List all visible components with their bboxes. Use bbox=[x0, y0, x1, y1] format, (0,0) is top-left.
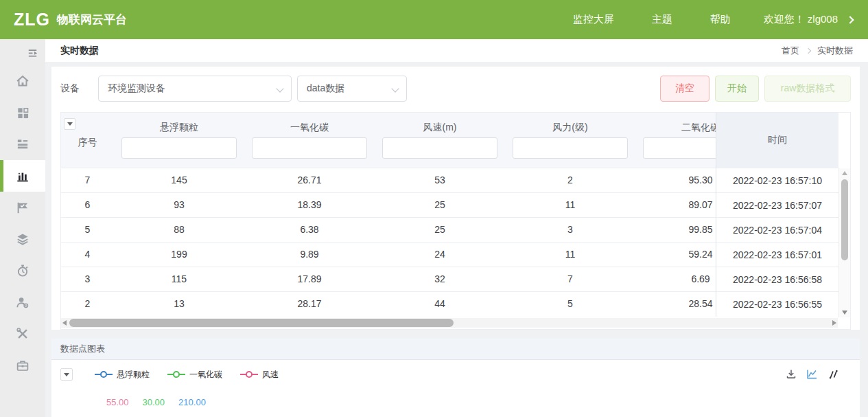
nav-monitor-screen[interactable]: 监控大屏 bbox=[573, 13, 614, 26]
scatter-chart-icon[interactable] bbox=[828, 369, 838, 380]
axis-label-suspended-particles: 210.00 bbox=[178, 397, 206, 407]
table-row[interactable]: 3 115 17.89 32 7 6.69 bbox=[61, 267, 716, 292]
chart-section-title: 数据点图表 bbox=[60, 343, 105, 355]
caret-down-icon bbox=[67, 122, 73, 126]
legend-marker-icon bbox=[240, 370, 258, 379]
sidebar-item-home[interactable] bbox=[0, 65, 45, 97]
cell-time: 2022-02-23 16:57:07 bbox=[716, 193, 838, 218]
breadcrumb-current: 实时数据 bbox=[817, 45, 853, 57]
sidebar-item-dashboard[interactable] bbox=[0, 97, 45, 128]
cell-seq: 6 bbox=[61, 193, 114, 217]
sidebar-item-toolbox[interactable] bbox=[0, 350, 45, 381]
cell-value: 6.38 bbox=[244, 218, 375, 242]
nav-help[interactable]: 帮助 bbox=[710, 13, 731, 26]
legend-marker-icon bbox=[167, 370, 185, 379]
cell-value: 13 bbox=[114, 292, 244, 317]
cell-value: 25 bbox=[375, 193, 505, 217]
sidebar-nav bbox=[0, 39, 45, 417]
scroll-left-arrow-icon[interactable] bbox=[62, 320, 67, 326]
device-label: 设备 bbox=[60, 82, 80, 95]
form-list-icon bbox=[15, 137, 30, 152]
col-header-carbon-monoxide: 一氧化碳 bbox=[244, 113, 375, 136]
cell-value: 11 bbox=[505, 193, 635, 217]
breadcrumb-home[interactable]: 首页 bbox=[782, 45, 799, 57]
zlg-logo[interactable]: ZLG bbox=[14, 10, 50, 30]
line-chart-icon[interactable] bbox=[806, 369, 818, 380]
table-horizontal-scrollbar[interactable] bbox=[61, 318, 838, 328]
table-row[interactable]: 2 13 28.17 44 5 28.54 bbox=[61, 292, 716, 317]
app-header: ZLG 物联网云平台 监控大屏 主题 帮助 欢迎您！ zlg008 bbox=[0, 0, 868, 39]
filter-input-wind-force[interactable] bbox=[513, 137, 628, 159]
legend-item-carbon-monoxide[interactable]: 一氧化碳 bbox=[167, 369, 222, 381]
cell-time: 2022-02-23 16:57:04 bbox=[716, 218, 838, 243]
cell-value: 93 bbox=[114, 193, 244, 217]
cell-time: 2022-02-23 16:56:58 bbox=[716, 267, 838, 292]
filter-input-wind-speed[interactable] bbox=[382, 137, 497, 159]
device-select[interactable]: 环境监测设备 bbox=[98, 76, 292, 102]
product-title: 物联网云平台 bbox=[57, 12, 127, 27]
scroll-up-arrow-icon[interactable] bbox=[842, 171, 847, 175]
vertical-scroll-thumb[interactable] bbox=[841, 179, 848, 260]
chevron-down-icon bbox=[276, 84, 283, 92]
cell-value: 11 bbox=[505, 243, 635, 267]
cell-value: 28.17 bbox=[244, 292, 375, 317]
nav-theme[interactable]: 主题 bbox=[652, 13, 672, 26]
table-row[interactable]: 7 145 26.71 53 2 95.30 bbox=[61, 168, 716, 193]
table-row[interactable]: 4 199 9.89 24 11 59.24 bbox=[61, 243, 716, 267]
table-row[interactable]: 6 93 18.39 25 11 89.07 bbox=[61, 193, 716, 218]
cell-value: 5 bbox=[505, 292, 635, 317]
download-icon[interactable] bbox=[786, 369, 797, 380]
col-header-time: 时间 bbox=[716, 113, 838, 168]
cell-value: 9.89 bbox=[244, 243, 375, 267]
sidebar-item-timer[interactable] bbox=[0, 255, 45, 286]
sidebar-item-tools[interactable] bbox=[0, 318, 45, 350]
sidebar-collapse-toggle[interactable] bbox=[0, 39, 45, 65]
scroll-down-arrow-icon[interactable] bbox=[842, 311, 847, 315]
table-vertical-scrollbar[interactable] bbox=[838, 168, 850, 317]
clear-button[interactable]: 清空 bbox=[660, 76, 709, 102]
legend-item-suspended-particles[interactable]: 悬浮颗粒 bbox=[95, 369, 150, 381]
start-button[interactable]: 开始 bbox=[715, 76, 759, 102]
sidebar-item-layers[interactable] bbox=[0, 223, 45, 255]
cell-seq: 4 bbox=[61, 243, 114, 267]
raw-format-button[interactable]: raw数据格式 bbox=[764, 76, 851, 102]
breadcrumb: 首页 实时数据 bbox=[782, 45, 853, 57]
table-column-dropdown[interactable] bbox=[64, 118, 75, 130]
welcome-user-menu[interactable]: 欢迎您！ zlg008 bbox=[764, 13, 838, 26]
cell-value: 53 bbox=[375, 168, 505, 192]
legend-label: 风速 bbox=[262, 369, 279, 381]
filter-input-suspended-particles[interactable] bbox=[121, 137, 237, 159]
chevron-down-icon bbox=[391, 84, 399, 92]
filter-input-carbon-dioxide[interactable] bbox=[643, 137, 716, 159]
cell-time: 2022-02-23 16:57:01 bbox=[716, 243, 838, 267]
col-header-wind-force: 风力(级) bbox=[505, 113, 635, 136]
sidebar-item-alarms[interactable] bbox=[0, 192, 45, 223]
controls-row: 设备 环境监测设备 data数据 清空 开始 raw数据格式 bbox=[51, 67, 860, 102]
cell-value: 95.30 bbox=[635, 168, 716, 192]
data-type-select[interactable]: data数据 bbox=[297, 76, 407, 102]
cell-value: 17.89 bbox=[244, 267, 375, 291]
cell-value: 115 bbox=[114, 267, 244, 291]
breadcrumb-separator-icon bbox=[806, 47, 811, 53]
data-table: 序号 悬浮颗粒 一氧化碳 bbox=[60, 112, 851, 330]
table-row[interactable]: 5 88 6.38 25 3 99.85 bbox=[61, 218, 716, 243]
legend-item-wind-speed[interactable]: 风速 bbox=[240, 369, 279, 381]
horizontal-scroll-thumb[interactable] bbox=[69, 319, 454, 327]
sidebar-item-forms[interactable] bbox=[0, 128, 45, 160]
cell-value: 28.54 bbox=[635, 292, 716, 317]
chart-dropdown[interactable] bbox=[60, 368, 73, 381]
chevron-right-icon[interactable] bbox=[846, 16, 854, 23]
content-area: 设备 环境监测设备 data数据 清空 开始 raw数据格式 bbox=[45, 62, 868, 417]
device-select-value: 环境监测设备 bbox=[108, 82, 165, 95]
sidebar-item-realtime-data[interactable] bbox=[0, 160, 45, 192]
filter-input-carbon-monoxide[interactable] bbox=[252, 137, 367, 159]
legend-marker-icon bbox=[95, 370, 113, 379]
cell-seq: 7 bbox=[61, 168, 114, 192]
data-type-select-value: data数据 bbox=[307, 82, 344, 95]
bar-chart-icon bbox=[15, 168, 30, 183]
scroll-right-arrow-icon[interactable] bbox=[832, 320, 836, 326]
cell-value: 88 bbox=[114, 218, 244, 242]
flag-icon bbox=[15, 200, 30, 215]
sidebar-item-user-management[interactable] bbox=[0, 286, 45, 318]
dashboard-grid-icon bbox=[16, 106, 30, 120]
